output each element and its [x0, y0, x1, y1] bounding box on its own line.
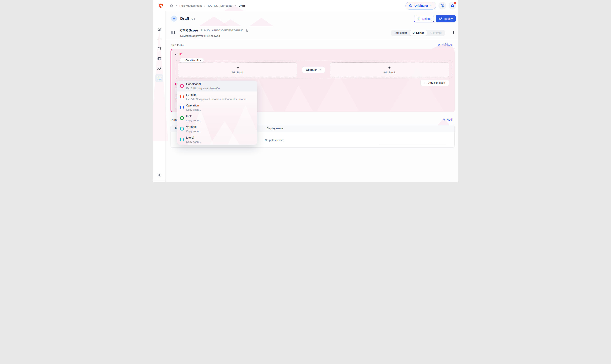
add-path-label: Add: [447, 118, 452, 121]
tab-ai-prompt[interactable]: AI prompt: [427, 30, 444, 36]
rule-name: CMR Score: [180, 28, 198, 32]
more-options-icon[interactable]: [452, 31, 455, 34]
sidebar-item-users-icon[interactable]: [157, 66, 161, 70]
role-selector-button[interactable]: Originator: [405, 2, 436, 10]
chevron-down-icon: [318, 68, 321, 71]
field-type-icon: [180, 116, 184, 120]
operator-dropdown[interactable]: Operator: [302, 67, 325, 73]
add-block-dropzone-right[interactable]: Add Block: [330, 62, 449, 77]
data-sources-heading-clipped: Data: [170, 118, 177, 121]
editor-mode-tabs: Text editor UI Editor AI prompt: [391, 30, 445, 36]
add-condition-label: Add condition: [429, 81, 445, 84]
settings-gear-icon[interactable]: [157, 173, 161, 177]
home-icon[interactable]: [170, 4, 173, 7]
notification-dot: [454, 2, 456, 4]
menu-item-function[interactable]: Function Ex: Add CoApplicant Income and …: [177, 91, 257, 102]
top-bar: Rule Management IDBI GST Surrogate Draft…: [153, 0, 458, 11]
chevron-down-icon: [182, 59, 184, 61]
condition-pill-label: Condition 1: [185, 59, 198, 62]
trash-icon: [417, 17, 421, 20]
version-badge: V4: [191, 17, 195, 20]
collapse-if-icon[interactable]: [174, 53, 177, 56]
menu-item-title: Operation: [186, 104, 199, 107]
menu-item-description: Copy soon...: [186, 119, 201, 122]
delete-label: Delete: [422, 17, 430, 20]
add-block-label: Add Block: [232, 71, 244, 74]
menu-item-description: Ex: CIBIL is greater than 650: [186, 87, 220, 90]
breadcrumb-item[interactable]: Rule Management: [179, 4, 202, 7]
mountain-watermark: [199, 17, 229, 26]
sidebar-item-portfolio-icon[interactable]: [157, 56, 161, 61]
delete-button[interactable]: Delete: [414, 15, 434, 22]
bell-icon: [451, 4, 455, 8]
menu-item-variable[interactable]: Variable Copy soon...: [177, 124, 257, 134]
topbar-actions: Originator: [405, 2, 456, 10]
chevron-down-icon: [430, 4, 433, 7]
conditional-type-icon: [180, 84, 184, 88]
validate-label: Validate: [442, 43, 452, 46]
operator-label: Operator: [306, 68, 317, 71]
menu-item-description: Copy soon...: [186, 108, 201, 111]
menu-item-title: Variable: [186, 125, 197, 129]
back-button[interactable]: [171, 15, 177, 22]
plus-icon: [388, 66, 391, 69]
bre-editor-label: BRE Editor: [170, 44, 184, 47]
literal-type-icon: [180, 138, 184, 141]
section-divider: [166, 39, 458, 39]
validate-button[interactable]: Validate: [437, 43, 452, 46]
help-icon: [440, 4, 444, 8]
add-block-label: Add Block: [383, 71, 396, 74]
arrow-left-icon: [172, 17, 176, 20]
mountain-watermark: [153, 27, 168, 141]
copy-icon[interactable]: [245, 29, 248, 32]
menu-item-title: Function: [186, 93, 197, 96]
breadcrumb-item-current: Draft: [239, 4, 245, 7]
plus-icon: [425, 81, 427, 84]
menu-item-description: Ex: Add CoApplicant Income and Guarantor…: [186, 98, 246, 101]
menu-item-description: Copy soon...: [186, 130, 201, 133]
chevron-right-icon: [175, 5, 177, 7]
breadcrumb-item[interactable]: IDBI GST Surrogate: [208, 4, 232, 7]
app-logo: [157, 2, 164, 9]
menu-item-title: Field: [186, 115, 192, 118]
mountain-watermark: [249, 18, 273, 26]
menu-item-description: Copy soon...: [186, 140, 201, 143]
page-title: Draft: [180, 16, 189, 21]
notifications-button[interactable]: [449, 2, 456, 10]
table-empty-state: No path created: [265, 139, 284, 142]
condition-pill[interactable]: Condition 1: [180, 58, 204, 63]
menu-item-conditional[interactable]: Conditional Ex: CIBIL is greater than 65…: [177, 81, 257, 91]
sidebar: NB: [153, 11, 166, 182]
menu-item-field[interactable]: Field Copy soon...: [177, 113, 257, 124]
sidebar-item-documents-icon[interactable]: [157, 47, 161, 51]
deploy-button[interactable]: Deploy: [436, 15, 456, 22]
chevron-right-icon: [204, 5, 206, 7]
app-root: Rule Management IDBI GST Surrogate Draft…: [153, 0, 458, 182]
block-type-menu: Conditional Ex: CIBIL is greater than 65…: [177, 81, 257, 145]
breadcrumb: Rule Management IDBI GST Surrogate Draft: [170, 0, 245, 11]
sidebar-divider: [153, 181, 166, 181]
deploy-label: Deploy: [444, 17, 453, 20]
menu-item-title: Conditional: [186, 82, 201, 86]
menu-item-operation[interactable]: Operation Copy soon...: [177, 102, 257, 113]
plus-icon: [236, 66, 239, 69]
function-type-icon: [180, 95, 184, 98]
tab-ui-editor[interactable]: UI Editor: [410, 30, 427, 36]
add-path-button[interactable]: Add: [443, 118, 452, 121]
add-condition-button[interactable]: Add condition: [420, 79, 449, 86]
sidebar-item-rules-icon[interactable]: [157, 76, 161, 80]
help-button[interactable]: [439, 2, 446, 10]
role-label: Originator: [414, 4, 428, 7]
close-icon[interactable]: [200, 59, 202, 61]
rule-description: Deviation approval till L2 allowed: [180, 34, 220, 37]
menu-item-literal[interactable]: Literal Copy soon...: [177, 134, 257, 145]
sidebar-item-list-icon[interactable]: [157, 37, 161, 41]
mountain-watermark: [220, 19, 242, 26]
sidebar-item-home-icon[interactable]: [157, 27, 161, 31]
collapse-panel-icon[interactable]: [171, 30, 175, 35]
add-block-dropzone-left[interactable]: Add Block: [178, 62, 297, 77]
menu-item-title: Literal: [186, 136, 194, 139]
tab-text-editor[interactable]: Text editor: [392, 30, 410, 36]
rule-id-label: Rule ID:: [201, 29, 210, 32]
rocket-icon: [439, 17, 442, 20]
